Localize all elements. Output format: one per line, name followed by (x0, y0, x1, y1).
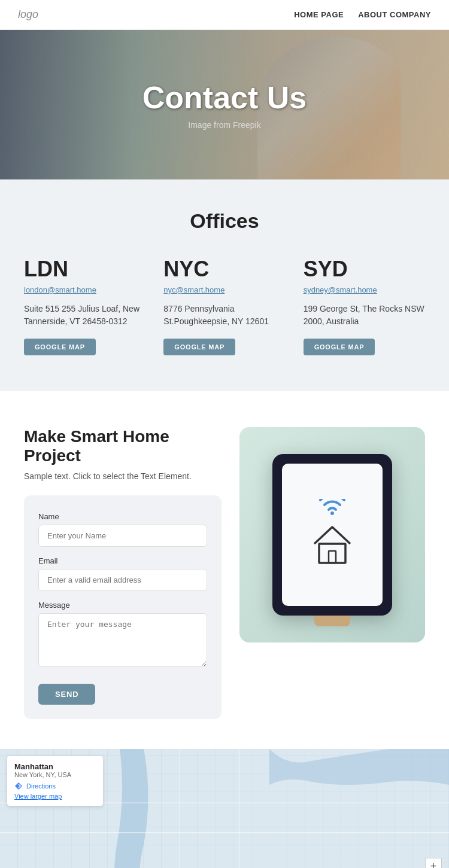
hero-section: Contact Us Image from Freepik (0, 30, 449, 179)
office-city-ldn: LDN (24, 257, 145, 282)
nav-link-home[interactable]: HOME PAGE (294, 10, 344, 19)
contact-heading: Make Smart Home Project (24, 427, 222, 465)
office-email-nyc[interactable]: nyc@smart.home (163, 285, 285, 294)
office-city-syd: SYD (304, 257, 425, 282)
hero-title: Contact Us (142, 80, 307, 115)
form-group-message: Message (38, 601, 207, 669)
office-email-ldn[interactable]: london@smart.home (24, 285, 145, 294)
contact-section: Make Smart Home Project Sample text. Cli… (0, 391, 449, 749)
message-textarea[interactable] (38, 613, 207, 667)
offices-title: Offices (24, 209, 425, 233)
contact-inner: Make Smart Home Project Sample text. Cli… (24, 427, 425, 719)
name-input[interactable] (38, 525, 207, 547)
office-city-nyc: NYC (163, 257, 285, 282)
contact-image (239, 427, 425, 642)
office-address-ldn: Suite 515 255 Julius Loaf, New Tannersid… (24, 303, 145, 328)
logo: logo (18, 8, 38, 21)
office-address-syd: 199 George St, The Rocks NSW 2000, Austr… (304, 303, 425, 328)
google-map-btn-syd[interactable]: GOOGLE MAP (304, 339, 375, 355)
hero-content: Contact Us Image from Freepik (142, 80, 307, 130)
directions-icon (14, 782, 23, 790)
map-section: Manhattan New York, NY, USA Directions V… (0, 749, 449, 868)
message-label: Message (38, 601, 207, 610)
map-zoom-controls: + − (425, 858, 442, 868)
contact-form-card: Name Email Message SEND (24, 495, 222, 719)
map-zoom-in[interactable]: + (425, 858, 442, 868)
view-larger-map[interactable]: View larger map (14, 793, 96, 800)
map-place-name: Manhattan (14, 762, 96, 771)
name-label: Name (38, 512, 207, 521)
send-button[interactable]: SEND (38, 684, 95, 705)
tablet-stand (314, 616, 350, 626)
form-group-name: Name (38, 512, 207, 547)
offices-section: Offices LDN london@smart.home Suite 515 … (0, 179, 449, 391)
office-email-syd[interactable]: sydney@smart.home (304, 285, 425, 294)
hero-subtitle: Image from Freepik (142, 120, 307, 130)
svg-point-0 (330, 511, 334, 515)
office-card-ldn: LDN london@smart.home Suite 515 255 Juli… (24, 257, 145, 355)
form-group-email: Email (38, 556, 207, 591)
contact-left: Make Smart Home Project Sample text. Cli… (24, 427, 222, 719)
google-map-btn-ldn[interactable]: GOOGLE MAP (24, 339, 96, 355)
office-card-syd: SYD sydney@smart.home 199 George St, The… (304, 257, 425, 355)
tablet-illustration (272, 454, 392, 616)
offices-grid: LDN london@smart.home Suite 515 255 Juli… (24, 257, 425, 355)
smart-home-icon (302, 499, 362, 571)
tablet-screen (282, 464, 383, 606)
google-map-btn-nyc[interactable]: GOOGLE MAP (163, 339, 235, 355)
navbar: logo HOME PAGE ABOUT COMPANY (0, 0, 449, 30)
svg-rect-1 (319, 544, 345, 563)
map-label-box: Manhattan New York, NY, USA Directions V… (7, 756, 103, 806)
svg-rect-2 (329, 551, 336, 563)
office-address-nyc: 8776 Pennsylvania St.Poughkeepsie, NY 12… (163, 303, 285, 328)
email-label: Email (38, 556, 207, 565)
office-card-nyc: NYC nyc@smart.home 8776 Pennsylvania St.… (163, 257, 285, 355)
map-directions[interactable]: Directions (14, 782, 96, 790)
map-place-sub: New York, NY, USA (14, 771, 96, 778)
nav-links: HOME PAGE ABOUT COMPANY (294, 10, 431, 19)
contact-description: Sample text. Click to select the Text El… (24, 471, 222, 481)
email-input[interactable] (38, 569, 207, 591)
nav-link-about[interactable]: ABOUT COMPANY (358, 10, 431, 19)
